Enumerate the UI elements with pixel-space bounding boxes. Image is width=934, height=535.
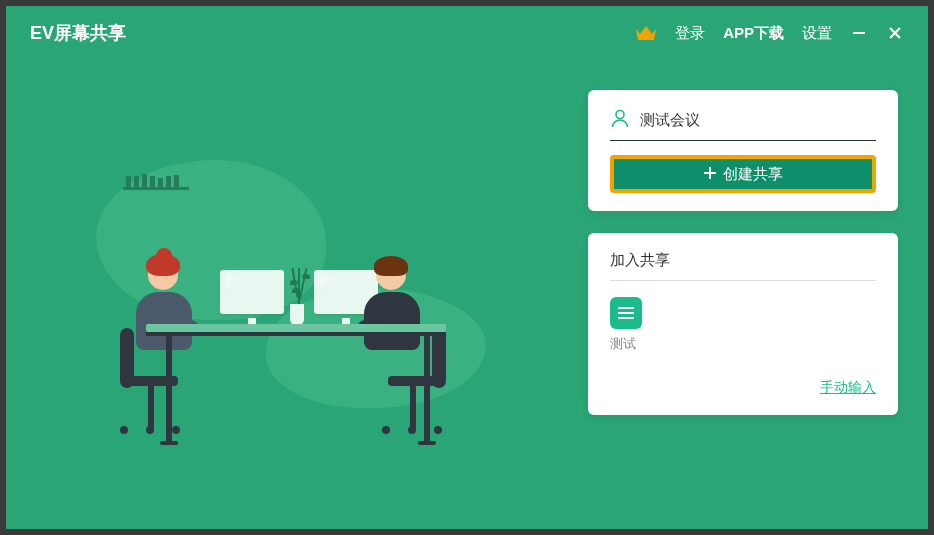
plant-stems [294,268,304,308]
svg-point-1 [616,111,624,119]
person-right [376,260,420,350]
minimize-button[interactable] [850,24,868,42]
monitor-left [220,270,284,314]
titlebar-actions: 登录 APP下载 设置 [635,24,904,43]
content-area: 创建共享 加入共享 测试 手动输入 [6,60,928,529]
join-share-card: 加入共享 测试 手动输入 [588,233,898,415]
panel-area: 创建共享 加入共享 测试 手动输入 [588,60,928,529]
meeting-name-input[interactable] [640,112,876,129]
desk [146,324,446,332]
app-window: EV屏幕共享 登录 APP下载 设置 [6,6,928,529]
chair-left [120,328,134,388]
crown-icon[interactable] [635,24,657,42]
manual-input-link[interactable]: 手动输入 [610,379,876,397]
bookshelf-graphic [126,172,186,190]
login-link[interactable]: 登录 [675,24,705,43]
join-share-title: 加入共享 [610,251,876,281]
create-share-card: 创建共享 [588,90,898,211]
user-icon [610,108,630,132]
plus-icon [703,166,717,183]
settings-link[interactable]: 设置 [802,24,832,43]
session-item[interactable]: 测试 [610,297,876,353]
app-download-link[interactable]: APP下载 [723,24,784,43]
app-title: EV屏幕共享 [30,21,126,45]
meeting-name-row [610,108,876,141]
meeting-scene [76,200,506,470]
vase [290,304,304,326]
session-label: 测试 [610,335,636,353]
chair-right [432,328,446,388]
session-icon [610,297,642,329]
create-share-button[interactable]: 创建共享 [610,155,876,193]
illustration [6,60,588,529]
titlebar: EV屏幕共享 登录 APP下载 设置 [6,6,928,60]
svg-rect-0 [853,32,865,34]
create-share-label: 创建共享 [723,165,783,184]
close-button[interactable] [886,24,904,42]
